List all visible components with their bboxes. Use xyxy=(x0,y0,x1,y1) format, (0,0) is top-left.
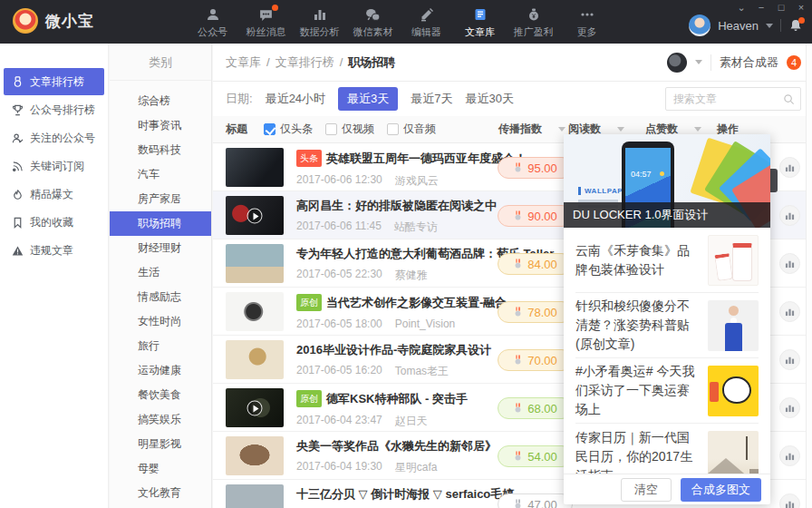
nav-item-fan-messages[interactable]: 粉丝消息 xyxy=(239,6,293,39)
sidebar-item-keyword-subscribe[interactable]: 关键词订阅 xyxy=(4,152,104,180)
view-data-button[interactable] xyxy=(779,157,800,178)
composer-card-title: DU LOCKER 1.0界面设计 xyxy=(564,202,770,228)
search-icon[interactable] xyxy=(783,93,795,105)
date-option-7d[interactable]: 最近7天 xyxy=(411,91,452,107)
composer-card-cover[interactable]: WALLPAPER 04:57 DU LOCKER 1.0界面设计 xyxy=(564,134,770,228)
nav-item-accounts[interactable]: 公众号 xyxy=(186,6,239,39)
clear-button[interactable]: 清空 xyxy=(621,478,672,502)
breadcrumb-ranking[interactable]: 文章排行榜 xyxy=(276,54,334,71)
category-item[interactable]: 女性时尚 xyxy=(110,309,211,334)
nav-item-analytics[interactable]: 数据分析 xyxy=(293,6,346,39)
category-item[interactable]: 数码科技 xyxy=(110,138,211,162)
checkbox-video-only[interactable]: 仅视频 xyxy=(325,122,374,137)
category-item[interactable]: 文化教育 xyxy=(110,481,211,505)
view-data-button[interactable] xyxy=(779,253,800,274)
category-item[interactable]: 汽车 xyxy=(110,162,211,187)
composer-item[interactable]: 针织和梭织傻傻分不清楚？涨姿势科普贴(原创文章) xyxy=(575,293,759,358)
ellipsis-icon xyxy=(579,6,595,23)
sidebar-item-violations[interactable]: 违规文章 xyxy=(4,237,104,264)
composer-avatar[interactable] xyxy=(667,53,687,73)
category-item[interactable]: 旅行 xyxy=(110,334,211,358)
category-item[interactable]: 时事资讯 xyxy=(110,113,211,138)
user-avatar[interactable] xyxy=(689,15,710,36)
nav-item-more[interactable]: 更多 xyxy=(560,6,614,39)
article-title[interactable]: 德军KSK特种部队 - 突击手 xyxy=(326,391,468,406)
category-item[interactable]: 生活 xyxy=(110,260,211,285)
view-data-button[interactable] xyxy=(779,445,800,466)
search-box xyxy=(665,87,801,111)
article-title[interactable]: 高冈昌生：好的排版被隐匿在阅读之中 xyxy=(296,198,497,213)
category-item[interactable]: 综合榜 xyxy=(110,89,211,113)
chevron-down-icon[interactable] xyxy=(766,24,773,28)
view-data-button[interactable] xyxy=(779,397,800,418)
window-minimize-icon[interactable]: − xyxy=(756,2,767,14)
column-spread-index[interactable]: 传播指数 xyxy=(498,122,566,137)
category-item-active[interactable]: 职场招聘 xyxy=(110,211,211,236)
medal-icon xyxy=(513,499,523,508)
sidebar-item-my-favorites[interactable]: 我的收藏 xyxy=(4,209,104,236)
compose-multi-article-button[interactable]: 合成多图文 xyxy=(681,478,761,502)
composer-footer: 清空 合成多图文 xyxy=(564,474,770,504)
category-item[interactable]: 运动健康 xyxy=(110,358,211,383)
composer-item[interactable]: 传家日历｜新一代国民日历，你的2017生活指南 xyxy=(575,424,759,474)
medal-icon xyxy=(513,259,523,269)
book-icon xyxy=(472,6,488,23)
trend-chart-icon xyxy=(785,355,795,365)
article-title[interactable]: 当代艺术创作之影像交互装置-融合 xyxy=(326,295,507,310)
sidebar-item-account-ranking[interactable]: 公众号排行榜 xyxy=(4,96,104,123)
nav-item-article-library[interactable]: 文章库 xyxy=(453,6,507,39)
breadcrumb-toolbar: 文章库 / 文章排行榜 / 职场招聘 素材合成器 4 xyxy=(213,44,812,82)
view-data-button[interactable] xyxy=(779,301,800,322)
spread-score-badge: 95.00 xyxy=(498,157,573,179)
user-icon xyxy=(205,6,221,23)
window-menu-icon[interactable]: ⌄ xyxy=(736,2,747,14)
breadcrumb-library[interactable]: 文章库 xyxy=(226,54,261,71)
view-data-button[interactable] xyxy=(779,349,800,370)
category-item[interactable]: 财经理财 xyxy=(110,236,211,260)
checkbox-icon xyxy=(387,123,399,135)
article-title[interactable]: 2016毕业设计作品-寺院庭院家具设计 xyxy=(296,342,491,357)
checkbox-audio-only[interactable]: 仅音频 xyxy=(387,122,436,137)
category-item[interactable]: 房产家居 xyxy=(110,187,211,211)
article-title[interactable]: 央美一等奖作品《水獭先生的新邻居》 xyxy=(296,438,497,454)
category-item[interactable]: 明星影视 xyxy=(110,432,211,456)
article-title[interactable]: 十三亿分贝 ▽ 倒计时海报 ▽ serfaico毛婷 xyxy=(296,486,514,502)
category-item[interactable]: 情感励志 xyxy=(110,285,211,309)
scrollbar-track[interactable] xyxy=(806,44,812,508)
composer-button[interactable]: 素材合成器 xyxy=(720,54,778,71)
checkbox-headline-only[interactable]: 仅头条 xyxy=(264,122,313,137)
chevron-down-icon[interactable] xyxy=(695,60,702,64)
nav-item-editor[interactable]: 编辑器 xyxy=(400,6,453,39)
search-input[interactable] xyxy=(673,93,783,105)
article-author: 星明cafa xyxy=(395,460,438,475)
bell-icon[interactable] xyxy=(788,18,803,33)
date-option-24h[interactable]: 最近24小时 xyxy=(266,91,325,107)
trend-chart-icon xyxy=(785,162,795,172)
nav-item-wechat-material[interactable]: 微信素材 xyxy=(346,6,400,39)
article-thumbnail xyxy=(226,244,284,283)
date-option-30d[interactable]: 最近30天 xyxy=(466,91,514,107)
view-data-button[interactable] xyxy=(779,205,800,226)
username[interactable]: Heaven xyxy=(718,19,759,33)
medal-icon xyxy=(513,307,523,318)
flame-icon xyxy=(12,189,24,200)
article-author: 赵日天 xyxy=(395,414,428,429)
article-author: 蔡健雅 xyxy=(395,268,428,283)
date-option-3d-active[interactable]: 最近3天 xyxy=(338,87,398,111)
sidebar-item-article-ranking[interactable]: 文章排行榜 xyxy=(4,68,104,95)
window-close-icon[interactable]: × xyxy=(796,2,807,14)
sidebar-item-hot-articles[interactable]: 精品爆文 xyxy=(4,181,104,208)
category-item[interactable]: 母婴 xyxy=(110,456,211,481)
window-maximize-icon[interactable]: □ xyxy=(776,2,787,14)
article-author: 游戏风云 xyxy=(395,173,439,189)
nav-item-monetize[interactable]: 推广盈利 xyxy=(507,6,560,39)
category-item[interactable]: 餐饮美食 xyxy=(110,383,211,407)
composer-item[interactable]: 云南《禾芽食集》品牌包装体验设计 xyxy=(575,228,759,293)
trophy-icon xyxy=(12,104,24,116)
article-title[interactable]: 英雄联盟五周年一德玛西亚年度盛会！ xyxy=(326,151,527,166)
category-item[interactable]: 搞笑娱乐 xyxy=(110,407,211,432)
sidebar-item-followed-accounts[interactable]: 关注的公众号 xyxy=(4,124,104,151)
composer-item[interactable]: #小矛看奥运# 今天我们采访了一下奥运赛场上 xyxy=(575,358,759,424)
view-data-button[interactable] xyxy=(779,493,800,508)
composer-item-title: #小矛看奥运# 今天我们采访了一下奥运赛场上 xyxy=(575,362,699,419)
